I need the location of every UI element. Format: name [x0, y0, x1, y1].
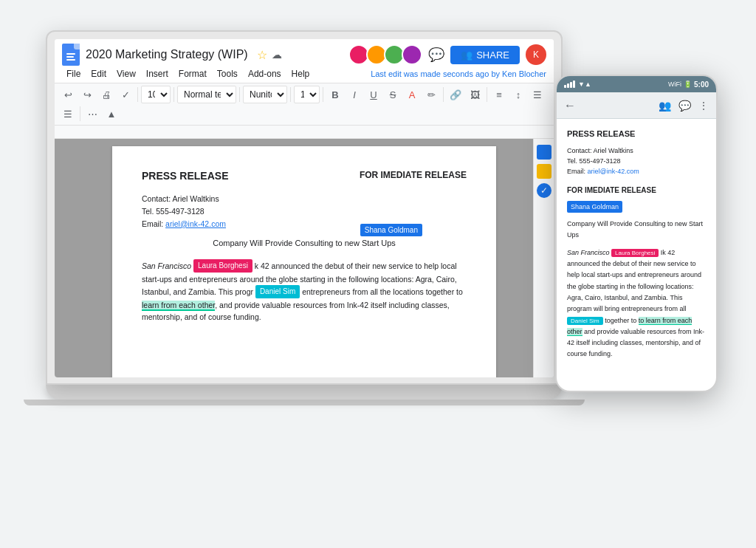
zoom-select[interactable]: 100%	[141, 86, 171, 103]
doc-subtitle: Shana Goldman Company Will Provide Consu…	[142, 237, 467, 250]
numbered-list-button[interactable]: ☰	[59, 105, 77, 123]
icon-line	[66, 59, 75, 61]
contact-tel: Tel. 555-497-3128	[142, 205, 467, 218]
email-link[interactable]: ariel@ink-42.com	[165, 219, 226, 228]
cursor-laura-tag: Laura Borghesi	[193, 259, 252, 273]
gdocs-doc-icon	[62, 44, 80, 66]
phone-more-icon[interactable]: ⋮	[698, 100, 709, 112]
spell-check-button[interactable]: ✓	[117, 86, 134, 103]
share-icon: 👥	[461, 49, 472, 61]
menu-format[interactable]: Format	[174, 67, 211, 81]
press-release-title: PRESS RELEASE	[142, 168, 228, 184]
phone-email-label: Email:	[567, 168, 585, 175]
menu-edit[interactable]: Edit	[86, 67, 111, 81]
phone-email-link[interactable]: ariel@ink-42.com	[588, 168, 639, 175]
phone-carrier: ▼▲	[578, 81, 591, 88]
image-button[interactable]: 🖼	[466, 86, 484, 103]
undo-button[interactable]: ↩	[59, 86, 77, 103]
more-options-button[interactable]: ⋯	[83, 105, 101, 123]
phone-cursor-daniel: Daniel Sim	[567, 317, 603, 325]
phone-company-will: Company Will Provide Consulting to new S…	[567, 219, 706, 242]
phone-cursor-laura: Laura Borghesi	[611, 249, 659, 257]
bold-button[interactable]: B	[326, 86, 344, 103]
phone-people-icon[interactable]: 👥	[659, 100, 671, 112]
cursor-shana-tag: Shana Goldman	[360, 224, 422, 236]
press-release-header: PRESS RELEASE FOR IMEDIATE RELEASE	[142, 168, 467, 184]
user-avatar[interactable]: K	[526, 44, 546, 65]
menu-row: File Edit View Insert Format Tools Add-o…	[62, 67, 546, 81]
bullet-list-button[interactable]: ☰	[529, 86, 546, 103]
right-icons: 💬 👥 SHARE K	[348, 44, 546, 65]
menu-file[interactable]: File	[62, 67, 85, 81]
menu-insert[interactable]: Insert	[142, 67, 173, 81]
body-text-2: entrepreneurs from all the locations tog…	[302, 287, 463, 296]
gdocs-document-area[interactable]: PRESS RELEASE FOR IMEDIATE RELEASE Conta…	[55, 139, 554, 377]
separator-8	[80, 106, 80, 121]
wifi-icon: WiFi	[668, 81, 681, 88]
separator-3	[239, 87, 240, 102]
gdocs-sidebar: ✓	[533, 139, 554, 377]
menu-help[interactable]: Help	[287, 67, 315, 81]
print-button[interactable]: 🖨	[97, 86, 115, 103]
phone-cursor-shana: Shana Goldman	[567, 201, 622, 213]
redo-button[interactable]: ↪	[78, 86, 96, 103]
cloud-icon[interactable]: ☁	[272, 49, 282, 61]
phone-body-paragraph: San Francisco Laura Borghesi Ik 42 annou…	[567, 247, 706, 360]
subtitle-after: to new Start Ups	[333, 239, 395, 247]
text-color-button[interactable]: A	[403, 86, 421, 103]
phone-toolbar: ← 👥 💬 ⋮	[557, 92, 716, 119]
gdocs-header: 2020 Marketing Strategy (WIP) ☆ ☁	[55, 39, 554, 83]
body-paragraph: San Francisco Laura Borghesi k 42 announ…	[142, 260, 467, 323]
laptop-body: 2020 Marketing Strategy (WIP) ☆ ☁	[46, 30, 563, 385]
link-button[interactable]: 🔗	[447, 86, 464, 103]
ruler: 1 2 3 4 5 6 7 8	[55, 126, 554, 139]
phone-toolbar-icons: 👥 💬 ⋮	[659, 100, 709, 112]
line-spacing-button[interactable]: ↕	[509, 86, 527, 103]
phone-time: 5:00	[694, 81, 709, 89]
menu-tools[interactable]: Tools	[213, 67, 242, 81]
sidebar-panel-yellow[interactable]	[537, 164, 551, 179]
phone-comment-icon[interactable]: 💬	[678, 100, 691, 112]
share-button[interactable]: 👥 SHARE	[450, 46, 520, 64]
separator-4	[290, 87, 291, 102]
separator-2	[173, 87, 174, 102]
phone-contact-info: Contact: Ariel Waltkins Tel. 555-497-312…	[567, 145, 706, 177]
menu-addons[interactable]: Add-ons	[244, 67, 286, 81]
highlight-button[interactable]: ✏	[422, 86, 440, 103]
star-icon[interactable]: ☆	[257, 48, 267, 62]
sidebar-panel-blue[interactable]	[537, 145, 551, 160]
laptop-base-bottom	[24, 400, 585, 405]
phone-status-bar: ▼▲ WiFi 🔋 5:00	[557, 76, 716, 92]
font-select[interactable]: Nunito	[243, 86, 287, 103]
italic-button[interactable]: I	[346, 86, 363, 103]
doc-page: PRESS RELEASE FOR IMEDIATE RELEASE Conta…	[112, 146, 496, 377]
separator-7	[487, 87, 487, 102]
phone: ▼▲ WiFi 🔋 5:00 ← 👥 💬 ⋮ PRESS RELEASE Con…	[555, 75, 718, 392]
underline-button[interactable]: U	[365, 86, 382, 103]
back-button[interactable]: ←	[564, 99, 576, 112]
title-icons: ☆ ☁	[257, 48, 282, 62]
phone-san-francisco: San Francisco	[567, 249, 610, 256]
subtitle-provide: Provide Consulting	[265, 239, 333, 247]
phone-status-right: WiFi 🔋 5:00	[668, 81, 709, 89]
comment-icon[interactable]: 💬	[428, 47, 444, 63]
collapse-toolbar-button[interactable]: ▲	[103, 105, 120, 123]
phone-body-text-1: Ik 42 announced the debut of their new s…	[567, 249, 701, 312]
laptop-screen: 2020 Marketing Strategy (WIP) ☆ ☁	[55, 39, 554, 377]
font-size-select[interactable]: 14	[294, 86, 320, 103]
phone-signal-icon	[564, 81, 575, 88]
sidebar-panel-check[interactable]: ✓	[537, 183, 551, 198]
align-button[interactable]: ≡	[490, 86, 508, 103]
doc-body: San Francisco Laura Borghesi k 42 announ…	[142, 260, 467, 323]
menu-view[interactable]: View	[112, 67, 140, 81]
style-select[interactable]: Normal text	[177, 86, 236, 103]
strikethrough-button[interactable]: S	[384, 86, 402, 103]
battery-icon: 🔋	[684, 81, 692, 88]
phone-press-title: PRESS RELEASE	[567, 128, 706, 141]
email-label: Email:	[142, 219, 163, 228]
scene: 2020 Marketing Strategy (WIP) ☆ ☁	[24, 16, 732, 532]
phone-doc-content[interactable]: PRESS RELEASE Contact: Ariel Waltkins Te…	[557, 119, 716, 391]
separator-6	[443, 87, 444, 102]
icon-line	[66, 56, 74, 58]
contact-name: Contact: Ariel Waltkins	[142, 193, 467, 205]
